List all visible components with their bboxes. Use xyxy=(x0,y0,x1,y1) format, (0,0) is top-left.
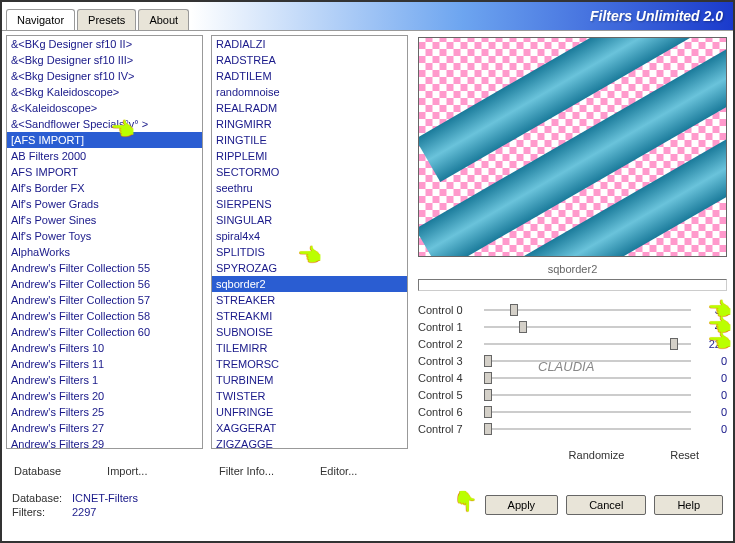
category-item[interactable]: Andrew's Filters 10 xyxy=(7,340,202,356)
filter-item[interactable]: RADSTREA xyxy=(212,52,407,68)
filter-item[interactable]: RADIALZI xyxy=(212,36,407,52)
filter-item[interactable]: RADTILEM xyxy=(212,68,407,84)
tab-bar: Navigator Presets About xyxy=(6,9,191,30)
control-row: Control 70 xyxy=(418,420,727,437)
control-row: Control 40 xyxy=(418,369,727,386)
filter-item[interactable]: RINGTILE xyxy=(212,132,407,148)
category-list: &<BKg Designer sf10 II>&<Bkg Designer sf… xyxy=(7,36,202,449)
filter-preview xyxy=(418,37,727,257)
category-item[interactable]: Andrew's Filter Collection 55 xyxy=(7,260,202,276)
filter-item[interactable]: sqborder2 xyxy=(212,276,407,292)
control-label: Control 4 xyxy=(418,372,478,384)
category-item[interactable]: Andrew's Filters 29 xyxy=(7,436,202,449)
app-title: Filters Unlimited 2.0 xyxy=(191,2,733,30)
category-list-scroll[interactable]: &<BKg Designer sf10 II>&<Bkg Designer sf… xyxy=(6,35,203,449)
category-item[interactable]: AFS IMPORT xyxy=(7,164,202,180)
import-button[interactable]: Import... xyxy=(99,461,155,481)
database-button[interactable]: Database xyxy=(6,461,69,481)
filter-item[interactable]: XAGGERAT xyxy=(212,420,407,436)
control-value: 0 xyxy=(697,389,727,401)
tab-about[interactable]: About xyxy=(138,9,189,30)
category-item[interactable]: Alf's Power Toys xyxy=(7,228,202,244)
control-value: 32 xyxy=(697,304,727,316)
category-item[interactable]: [AFS IMPORT] xyxy=(7,132,202,148)
category-item[interactable]: &<Sandflower Specials°v° > xyxy=(7,116,202,132)
control-label: Control 1 xyxy=(418,321,478,333)
control-value: 229 xyxy=(697,338,727,350)
category-item[interactable]: Andrew's Filters 20 xyxy=(7,388,202,404)
category-item[interactable]: &<Bkg Designer sf10 IV> xyxy=(7,68,202,84)
control-slider[interactable] xyxy=(484,411,691,413)
filter-item[interactable]: RIPPLEMI xyxy=(212,148,407,164)
filter-list-scroll[interactable]: RADIALZIRADSTREARADTILEMrandomnoiseREALR… xyxy=(211,35,408,449)
category-item[interactable]: &<BKg Designer sf10 II> xyxy=(7,36,202,52)
filter-item[interactable]: STREAKMI xyxy=(212,308,407,324)
category-item[interactable]: Alf's Power Sines xyxy=(7,212,202,228)
control-slider[interactable] xyxy=(484,377,691,379)
category-item[interactable]: Alf's Border FX xyxy=(7,180,202,196)
apply-button[interactable]: Apply xyxy=(485,495,559,515)
filter-item[interactable]: spiral4x4 xyxy=(212,228,407,244)
category-item[interactable]: &<Bkg Kaleidoscope> xyxy=(7,84,202,100)
category-item[interactable]: Andrew's Filter Collection 57 xyxy=(7,292,202,308)
control-slider[interactable] xyxy=(484,326,691,328)
control-slider[interactable] xyxy=(484,343,691,345)
randomize-button[interactable]: Randomize xyxy=(561,445,633,465)
category-item[interactable]: Andrew's Filter Collection 56 xyxy=(7,276,202,292)
reset-button[interactable]: Reset xyxy=(662,445,707,465)
control-slider[interactable] xyxy=(484,309,691,311)
filter-item[interactable]: TWISTER xyxy=(212,388,407,404)
filter-item[interactable]: SIERPENS xyxy=(212,196,407,212)
cancel-button[interactable]: Cancel xyxy=(566,495,646,515)
category-item[interactable]: Andrew's Filters 27 xyxy=(7,420,202,436)
filter-list: RADIALZIRADSTREARADTILEMrandomnoiseREALR… xyxy=(212,36,407,449)
help-button[interactable]: Help xyxy=(654,495,723,515)
filter-item[interactable]: STREAKER xyxy=(212,292,407,308)
category-item[interactable]: AlphaWorks xyxy=(7,244,202,260)
category-item[interactable]: Andrew's Filter Collection 60 xyxy=(7,324,202,340)
control-value: 0 xyxy=(697,355,727,367)
category-item[interactable]: &<Kaleidoscope> xyxy=(7,100,202,116)
filter-item[interactable]: randomnoise xyxy=(212,84,407,100)
filter-item[interactable]: seethru xyxy=(212,180,407,196)
filter-item[interactable]: REALRADM xyxy=(212,100,407,116)
control-slider[interactable] xyxy=(484,428,691,430)
control-value: 0 xyxy=(697,423,727,435)
filter-item[interactable]: SECTORMO xyxy=(212,164,407,180)
category-item[interactable]: AB Filters 2000 xyxy=(7,148,202,164)
category-item[interactable]: &<Bkg Designer sf10 III> xyxy=(7,52,202,68)
filter-item[interactable]: TILEMIRR xyxy=(212,340,407,356)
filter-info-button[interactable]: Filter Info... xyxy=(211,461,282,481)
preview-label: sqborder2 xyxy=(418,263,727,275)
filter-item[interactable]: SUBNOISE xyxy=(212,324,407,340)
filter-item[interactable]: TREMORSC xyxy=(212,356,407,372)
control-row: Control 30 xyxy=(418,352,727,369)
control-value: 0 xyxy=(697,406,727,418)
control-slider[interactable] xyxy=(484,394,691,396)
tab-presets[interactable]: Presets xyxy=(77,9,136,30)
category-item[interactable]: Andrew's Filters 11 xyxy=(7,356,202,372)
filter-item[interactable]: TURBINEM xyxy=(212,372,407,388)
filter-item[interactable]: ZIGZAGGE xyxy=(212,436,407,449)
category-item[interactable]: Andrew's Filter Collection 58 xyxy=(7,308,202,324)
control-row: Control 2229 xyxy=(418,335,727,352)
category-item[interactable]: Andrew's Filters 1 xyxy=(7,372,202,388)
control-row: Control 032 xyxy=(418,301,727,318)
control-value: 0 xyxy=(697,372,727,384)
category-item[interactable]: Alf's Power Grads xyxy=(7,196,202,212)
filter-item[interactable]: SPLITDIS xyxy=(212,244,407,260)
tab-navigator[interactable]: Navigator xyxy=(6,9,75,30)
control-slider[interactable] xyxy=(484,360,691,362)
filter-item[interactable]: UNFRINGE xyxy=(212,404,407,420)
control-row: Control 50 xyxy=(418,386,727,403)
filter-item[interactable]: SINGULAR xyxy=(212,212,407,228)
filter-item[interactable]: RINGMIRR xyxy=(212,116,407,132)
control-label: Control 7 xyxy=(418,423,478,435)
control-label: Control 6 xyxy=(418,406,478,418)
control-label: Control 0 xyxy=(418,304,478,316)
filter-item[interactable]: SPYROZAG xyxy=(212,260,407,276)
control-value: 43 xyxy=(697,321,727,333)
editor-button[interactable]: Editor... xyxy=(312,461,365,481)
category-item[interactable]: Andrew's Filters 25 xyxy=(7,404,202,420)
control-label: Control 5 xyxy=(418,389,478,401)
